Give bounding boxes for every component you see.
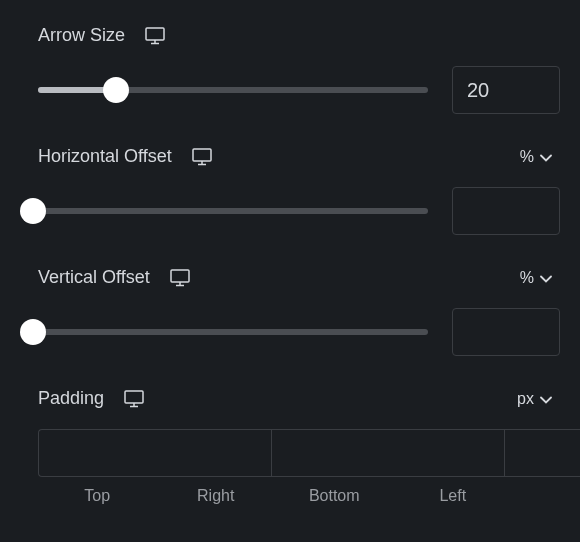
arrow-size-label: Arrow Size [38, 25, 125, 46]
chevron-down-icon [540, 148, 552, 166]
slider-thumb[interactable] [103, 77, 129, 103]
svg-rect-3 [193, 149, 211, 161]
padding-bottom-input[interactable] [504, 429, 580, 477]
arrow-size-control: Arrow Size [20, 25, 560, 114]
vertical-offset-slider[interactable] [33, 329, 428, 335]
arrow-size-slider[interactable] [38, 87, 428, 93]
horizontal-offset-label: Horizontal Offset [38, 146, 172, 167]
desktop-icon[interactable] [192, 148, 212, 166]
padding-right-label: Right [157, 487, 276, 505]
vertical-offset-control: Vertical Offset % [20, 267, 560, 356]
horizontal-offset-header: Horizontal Offset % [20, 146, 560, 167]
svg-rect-9 [125, 391, 143, 403]
padding-right-input[interactable] [271, 429, 504, 477]
arrow-size-header: Arrow Size [20, 25, 560, 46]
padding-bottom-label: Bottom [275, 487, 394, 505]
svg-rect-0 [146, 28, 164, 40]
padding-labels-row: Top Right Bottom Left [20, 487, 560, 505]
padding-inputs-row [20, 429, 560, 477]
horizontal-offset-slider-row [20, 187, 560, 235]
spacer [512, 487, 560, 505]
padding-unit-selector[interactable]: px [517, 390, 560, 408]
desktop-icon[interactable] [170, 269, 190, 287]
horizontal-offset-input[interactable] [452, 187, 560, 235]
chevron-down-icon [540, 390, 552, 408]
padding-header: Padding px [20, 388, 560, 409]
arrow-size-input[interactable] [452, 66, 560, 114]
arrow-size-slider-row [20, 66, 560, 114]
padding-label: Padding [38, 388, 104, 409]
unit-label: % [520, 148, 534, 166]
vertical-offset-header: Vertical Offset % [20, 267, 560, 288]
chevron-down-icon [540, 269, 552, 287]
slider-thumb[interactable] [20, 198, 46, 224]
horizontal-offset-slider[interactable] [33, 208, 428, 214]
vertical-offset-label: Vertical Offset [38, 267, 150, 288]
padding-top-label: Top [38, 487, 157, 505]
desktop-icon[interactable] [124, 390, 144, 408]
vertical-offset-slider-row [20, 308, 560, 356]
unit-label: px [517, 390, 534, 408]
unit-label: % [520, 269, 534, 287]
padding-control: Padding px Top Right Bottom Left [20, 388, 560, 505]
padding-left-label: Left [394, 487, 513, 505]
padding-top-input[interactable] [38, 429, 271, 477]
horizontal-offset-unit-selector[interactable]: % [520, 148, 560, 166]
slider-thumb[interactable] [20, 319, 46, 345]
horizontal-offset-control: Horizontal Offset % [20, 146, 560, 235]
desktop-icon[interactable] [145, 27, 165, 45]
vertical-offset-unit-selector[interactable]: % [520, 269, 560, 287]
vertical-offset-input[interactable] [452, 308, 560, 356]
svg-rect-6 [171, 270, 189, 282]
